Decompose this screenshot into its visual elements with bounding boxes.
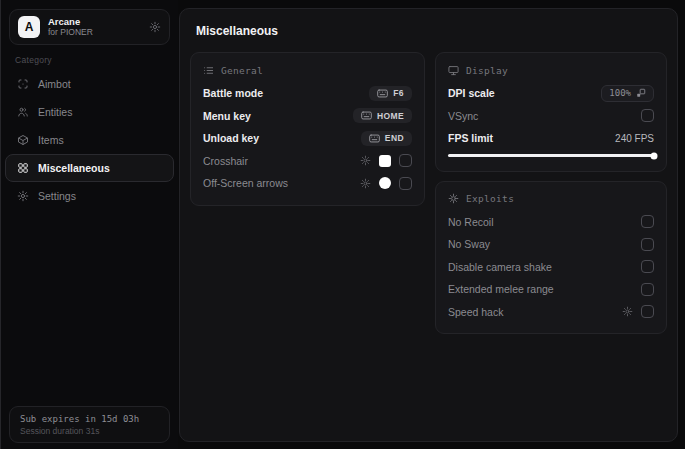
app-logo: A (18, 16, 40, 38)
keyboard-icon (377, 89, 388, 98)
dpi-scale-label: DPI scale (448, 87, 495, 99)
general-card: General Battle mode F6 (190, 52, 425, 206)
sidebar-item-miscellaneous[interactable]: Miscellaneous (5, 154, 174, 182)
display-header: Display (466, 65, 508, 76)
main-panel: Miscellaneous General B (179, 8, 678, 442)
brand-card: A Arcane for PIONER (9, 9, 170, 45)
crosshair-scan-icon (17, 78, 29, 90)
menu-key-label: Menu key (203, 110, 251, 122)
sidebar-item-label: Items (38, 134, 64, 146)
offscreen-arrows-color-swatch[interactable] (379, 177, 391, 189)
general-header: General (221, 65, 263, 76)
vsync-checkbox[interactable] (641, 109, 654, 122)
speed-hack-label: Speed hack (448, 306, 503, 318)
sidebar-item-label: Aimbot (38, 78, 71, 90)
dpi-scale-select[interactable]: 100% (601, 85, 654, 102)
speed-hack-row: Speed hack (448, 301, 654, 324)
sidebar-item-entities[interactable]: Entities (5, 98, 174, 126)
app-name: Arcane (48, 17, 141, 28)
fps-limit-label: FPS limit (448, 132, 493, 144)
sidebar-nav: Aimbot Entities Items (5, 70, 174, 210)
battle-mode-row: Battle mode F6 (203, 82, 412, 105)
grid-icon (17, 162, 29, 174)
unload-key-row: Unload key END (203, 127, 412, 150)
no-sway-checkbox[interactable] (641, 238, 654, 251)
sidebar-item-label: Settings (38, 190, 76, 202)
box-icon (17, 134, 29, 146)
scaling-icon (636, 88, 646, 98)
gear-icon[interactable] (622, 306, 633, 317)
exploits-icon (448, 193, 459, 204)
list-icon (203, 65, 214, 76)
fps-limit-slider[interactable] (448, 151, 654, 161)
sub-expires-text: Sub expires in 15d 03h (20, 414, 159, 424)
disable-camera-shake-label: Disable camera shake (448, 261, 552, 273)
vsync-label: VSync (448, 110, 478, 122)
no-recoil-row: No Recoil (448, 211, 654, 234)
fps-limit-value: 240 FPS (615, 133, 654, 144)
dpi-scale-row: DPI scale 100% (448, 82, 654, 105)
crosshair-label: Crosshair (203, 155, 248, 167)
category-label: Category (15, 55, 52, 65)
users-icon (17, 106, 29, 118)
keyboard-icon (361, 111, 372, 120)
no-sway-row: No Sway (448, 233, 654, 256)
subscription-card: Sub expires in 15d 03h Session duration … (9, 406, 170, 443)
vsync-row: VSync (448, 105, 654, 128)
gear-icon[interactable] (149, 21, 161, 33)
speed-hack-checkbox[interactable] (641, 305, 654, 318)
disable-camera-shake-checkbox[interactable] (641, 260, 654, 273)
gear-icon[interactable] (360, 155, 371, 166)
app-subtitle: for PIONER (48, 28, 141, 38)
menu-key-keybind[interactable]: HOME (353, 108, 412, 123)
no-recoil-checkbox[interactable] (641, 215, 654, 228)
battle-mode-keybind[interactable]: F6 (369, 86, 412, 101)
no-sway-label: No Sway (448, 238, 490, 250)
fps-slider-fill (448, 154, 654, 157)
sidebar: A Arcane for PIONER Category Aimbot (1, 0, 178, 449)
page-title: Miscellaneous (196, 24, 667, 38)
crosshair-checkbox[interactable] (399, 154, 412, 167)
keyboard-icon (369, 134, 380, 143)
sidebar-item-label: Miscellaneous (38, 162, 110, 174)
exploits-card: Exploits No Recoil No Sway Disable camer… (435, 181, 667, 335)
disable-camera-shake-row: Disable camera shake (448, 256, 654, 279)
extended-melee-range-row: Extended melee range (448, 278, 654, 301)
sidebar-item-items[interactable]: Items (5, 126, 174, 154)
battle-mode-label: Battle mode (203, 87, 263, 99)
exploits-header: Exploits (466, 193, 514, 204)
gear-icon (17, 190, 29, 202)
monitor-icon (448, 65, 459, 76)
sidebar-item-aimbot[interactable]: Aimbot (5, 70, 174, 98)
fps-limit-row: FPS limit 240 FPS (448, 127, 654, 150)
gear-icon[interactable] (360, 178, 371, 189)
offscreen-arrows-row: Off-Screen arrows (203, 172, 412, 195)
session-duration-text: Session duration 31s (20, 426, 159, 436)
sidebar-item-settings[interactable]: Settings (5, 182, 174, 210)
slider-knob[interactable] (651, 152, 658, 159)
unload-key-keybind[interactable]: END (361, 131, 412, 146)
extended-melee-range-checkbox[interactable] (641, 283, 654, 296)
no-recoil-label: No Recoil (448, 216, 494, 228)
extended-melee-range-label: Extended melee range (448, 283, 554, 295)
crosshair-row: Crosshair (203, 150, 412, 173)
slider-track (448, 154, 654, 157)
menu-key-row: Menu key HOME (203, 105, 412, 128)
display-card: Display DPI scale 100% (435, 52, 667, 172)
unload-key-label: Unload key (203, 132, 259, 144)
crosshair-color-swatch[interactable] (379, 155, 391, 167)
sidebar-item-label: Entities (38, 106, 72, 118)
offscreen-arrows-label: Off-Screen arrows (203, 177, 288, 189)
offscreen-arrows-checkbox[interactable] (399, 177, 412, 190)
